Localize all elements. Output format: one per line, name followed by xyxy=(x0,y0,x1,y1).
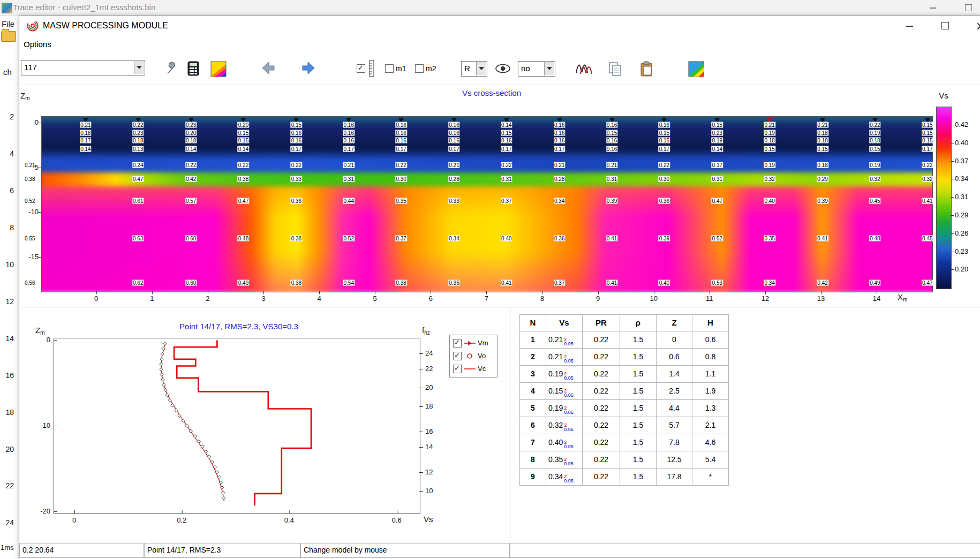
vs-value-label: 0.18 xyxy=(764,137,775,143)
chevron-down-icon[interactable] xyxy=(476,62,486,75)
table-cell[interactable]: 1.5 xyxy=(620,383,657,400)
table-cell[interactable]: 3 xyxy=(520,366,546,383)
table-cell[interactable]: 2 xyxy=(520,349,546,366)
table-cell[interactable]: 1.3 xyxy=(692,400,729,417)
table-header-cell: ρ xyxy=(620,315,657,331)
chevron-down-icon[interactable] xyxy=(544,62,554,75)
station-combo[interactable]: 117 xyxy=(21,60,145,75)
channel-tick-label: 6 xyxy=(0,186,14,195)
table-cell[interactable]: 1.5 xyxy=(620,349,657,366)
chevron-down-icon[interactable] xyxy=(134,61,144,74)
table-cell[interactable]: * xyxy=(692,469,729,486)
table-cell[interactable]: 0.1520.05 xyxy=(546,383,583,400)
table-cell[interactable]: 0.6 xyxy=(692,331,729,349)
table-cell[interactable]: 1.4 xyxy=(657,366,692,383)
table-cell[interactable]: 5.7 xyxy=(657,417,692,434)
table-cell[interactable]: 2.5 xyxy=(657,383,692,400)
table-cell[interactable]: 0.3420.05 xyxy=(546,469,583,486)
table-cell[interactable]: 1 xyxy=(520,331,546,349)
next-arrow-icon[interactable] xyxy=(298,61,314,77)
calculator-icon[interactable] xyxy=(187,61,203,77)
table-cell[interactable]: 12.5 xyxy=(657,451,692,469)
m2-checkbox[interactable] xyxy=(415,64,424,73)
trace-editor-titlebar[interactable]: Trace editor - culvert2_1mLessshots.bin xyxy=(0,0,980,16)
table-cell[interactable]: 7.8 xyxy=(657,434,692,451)
table-cell[interactable]: 5.4 xyxy=(692,451,729,469)
table-cell[interactable]: 0.22 xyxy=(583,434,620,451)
show-scale-checkbox[interactable] xyxy=(357,64,365,73)
vo-marker-icon xyxy=(160,358,163,361)
table-cell[interactable]: 0.22 xyxy=(583,383,620,400)
table-cell[interactable]: 1.5 xyxy=(620,417,657,434)
eye-icon[interactable] xyxy=(495,63,511,79)
table-cell[interactable]: 1.9 xyxy=(692,383,729,400)
table-cell[interactable]: 0.6 xyxy=(657,349,692,366)
table-cell[interactable]: 0.1920.05 xyxy=(546,366,583,383)
table-cell[interactable]: 0.2120.05 xyxy=(546,331,583,349)
table-cell[interactable]: 5 xyxy=(520,400,546,417)
table-cell[interactable]: 0.22 xyxy=(583,400,620,417)
table-cell[interactable]: 0.3220.05 xyxy=(546,417,583,434)
menu-options[interactable]: Options xyxy=(24,40,51,49)
table-cell[interactable]: 4 xyxy=(520,383,546,400)
overlay-combo[interactable]: no xyxy=(518,61,555,77)
vo-marker-icon xyxy=(221,491,224,494)
table-cell[interactable]: 4.6 xyxy=(692,434,729,451)
tick-mark xyxy=(542,291,543,294)
vs-value-label: 0.15 xyxy=(922,137,933,143)
table-cell[interactable]: 0.22 xyxy=(583,469,620,486)
table-cell[interactable]: 8 xyxy=(520,451,546,469)
wavelet-icon[interactable] xyxy=(575,61,591,77)
table-cell[interactable]: 0 xyxy=(657,331,692,349)
table-cell[interactable]: 1.1 xyxy=(692,366,729,383)
table-cell[interactable]: 1.5 xyxy=(620,434,657,451)
copy-icon[interactable] xyxy=(608,61,624,77)
table-cell[interactable]: 0.22 xyxy=(583,417,620,434)
masw-close-button[interactable] xyxy=(968,16,980,36)
layer-model-table[interactable]: NVsPRρZH10.2120.050.221.500.620.2120.050… xyxy=(519,314,729,486)
prev-arrow-icon[interactable] xyxy=(261,61,277,77)
wrench-icon[interactable] xyxy=(165,61,181,77)
table-cell[interactable]: 1.5 xyxy=(620,366,657,383)
dispersion-profile-plot[interactable] xyxy=(54,338,420,514)
vo-marker-icon xyxy=(161,378,164,381)
te-maximize-button[interactable] xyxy=(958,0,979,16)
masw-minimize-button[interactable] xyxy=(898,16,922,36)
table-cell[interactable]: 0.22 xyxy=(583,366,620,383)
table-cell[interactable]: 1.5 xyxy=(620,331,657,349)
masw-maximize-button[interactable] xyxy=(933,16,958,36)
palette-icon[interactable] xyxy=(688,61,704,77)
table-cell[interactable]: 6 xyxy=(520,417,546,434)
te-menu-file[interactable]: File xyxy=(2,19,14,28)
table-cell[interactable]: 0.2120.05 xyxy=(546,349,583,366)
frequency-tick-label: 22 xyxy=(425,365,433,373)
table-cell[interactable]: 0.1920.05 xyxy=(546,400,583,417)
table-cell[interactable]: 0.22 xyxy=(583,451,620,469)
table-cell[interactable]: 9 xyxy=(520,469,546,486)
color-map-icon[interactable] xyxy=(210,61,227,77)
table-cell[interactable]: 0.22 xyxy=(583,331,620,349)
table-cell[interactable]: 0.8 xyxy=(692,349,729,366)
component-combo[interactable]: R xyxy=(461,61,487,77)
te-minimize-button[interactable] xyxy=(922,0,944,16)
table-cell[interactable]: 0.4020.05 xyxy=(546,434,583,451)
legend-checkbox[interactable] xyxy=(453,339,462,348)
legend-checkbox[interactable] xyxy=(453,352,462,360)
table-cell[interactable]: 4.4 xyxy=(657,400,692,417)
table-cell[interactable]: 1.5 xyxy=(620,469,657,486)
m1-checkbox[interactable] xyxy=(385,64,394,73)
vs-value-label: 0.16 xyxy=(395,122,406,128)
paste-icon[interactable] xyxy=(639,61,655,77)
vs-cross-section-plot[interactable]: 0.210.180.170.140.210.380.520.550.560.22… xyxy=(41,116,933,292)
table-cell[interactable]: 1.5 xyxy=(620,451,657,469)
open-file-icon[interactable] xyxy=(1,31,16,42)
table-cell[interactable]: 0.3520.05 xyxy=(546,451,583,469)
legend-checkbox[interactable] xyxy=(453,365,462,373)
vs-value-label: 0.15 xyxy=(291,122,302,128)
table-cell[interactable]: 1.5 xyxy=(620,400,657,417)
table-cell[interactable]: 7 xyxy=(520,434,546,451)
table-cell[interactable]: 17.8 xyxy=(657,469,692,486)
masw-titlebar[interactable]: MASW PROCESSING MODULE xyxy=(19,16,980,36)
table-cell[interactable]: 0.22 xyxy=(583,349,620,366)
table-cell[interactable]: 2.1 xyxy=(692,417,729,434)
